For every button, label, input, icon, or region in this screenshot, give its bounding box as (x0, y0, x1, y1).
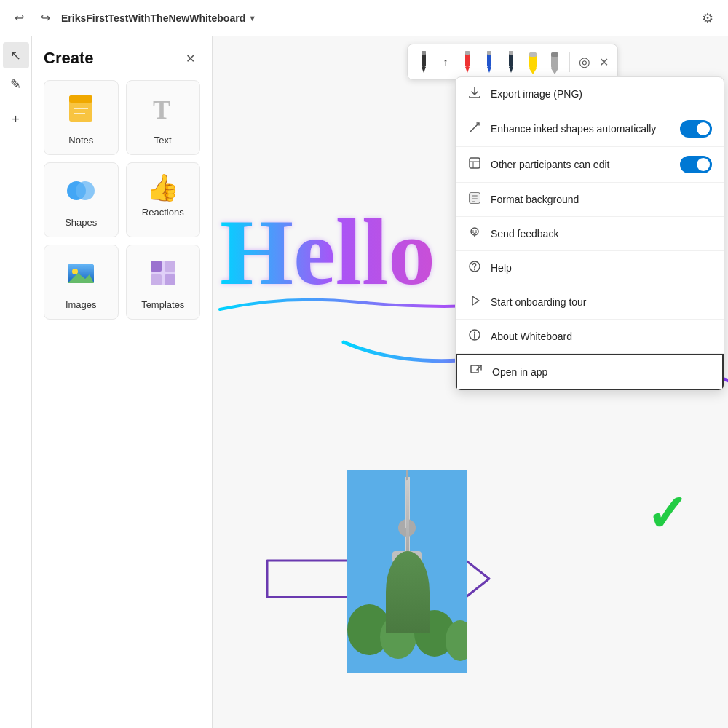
svg-marker-17 (422, 67, 426, 73)
menu-enhance-shapes[interactable]: Enhance inked shapes automatically (456, 111, 724, 147)
svg-rect-24 (487, 51, 491, 55)
pen-black-tool[interactable] (414, 47, 434, 76)
enhance-icon (467, 121, 482, 137)
templates-label: Templates (141, 299, 184, 310)
svg-marker-29 (529, 68, 537, 74)
svg-marker-23 (487, 67, 491, 73)
notes-icon (65, 92, 97, 129)
about-icon (467, 328, 482, 344)
svg-rect-21 (465, 51, 470, 55)
menu-send-feedback[interactable]: Send feedback (456, 217, 724, 251)
about-label: About Whiteboard (491, 331, 712, 342)
forward-button[interactable]: ↪ (35, 8, 55, 28)
help-icon (467, 260, 482, 276)
lasso-tool[interactable]: ◎ (574, 47, 595, 76)
canvas-area[interactable]: ↑ (213, 36, 728, 728)
pen-up-tool[interactable]: ↑ (435, 47, 456, 76)
text-label: Text (154, 135, 172, 146)
shapes-icon (65, 175, 97, 211)
create-text-item[interactable]: T Text (126, 80, 201, 155)
pen-darkblue-tool[interactable] (501, 47, 521, 76)
enhance-label: Enhance inked shapes automatically (491, 123, 671, 135)
shapes-label: Shapes (65, 217, 97, 228)
svg-point-57 (471, 228, 478, 235)
participants-label: Other participants can edit (491, 159, 671, 170)
select-tool-button[interactable]: ↖ (3, 42, 29, 68)
tour-label: Start onboarding tour (491, 296, 712, 308)
create-notes-item[interactable]: Notes (44, 80, 119, 155)
svg-marker-62 (472, 296, 479, 305)
canvas-toolbar-close-button[interactable]: ✕ (596, 52, 612, 72)
svg-rect-14 (151, 274, 162, 285)
images-icon (65, 257, 97, 293)
tower-image (347, 470, 467, 673)
title-dropdown-icon[interactable]: ▼ (248, 14, 256, 23)
create-panel-close-button[interactable]: ✕ (180, 48, 200, 68)
svg-point-65 (474, 332, 475, 333)
participants-icon (467, 157, 482, 173)
svg-marker-32 (551, 68, 558, 74)
settings-button[interactable]: ⚙ (696, 7, 719, 30)
menu-participants-edit[interactable]: Other participants can edit (456, 147, 724, 183)
pen-yellow-tool[interactable] (523, 47, 543, 76)
feedback-label: Send feedback (491, 228, 712, 240)
menu-help[interactable]: Help (456, 251, 724, 285)
menu-export-image[interactable]: Export image (PNG) (456, 77, 724, 111)
svg-rect-13 (165, 261, 175, 272)
menu-open-in-app[interactable]: Open in app (456, 354, 724, 390)
svg-rect-18 (422, 51, 426, 55)
create-shapes-item[interactable]: Shapes (44, 162, 119, 237)
pen-red-tool[interactable] (457, 47, 478, 76)
menu-format-background[interactable]: Format background (456, 183, 724, 217)
svg-rect-54 (472, 195, 478, 197)
pen-tool-button[interactable]: ✎ (3, 71, 29, 98)
create-panel-header: Create ✕ (44, 48, 200, 68)
canvas-toolbar: ↑ (407, 44, 618, 80)
pen-gray-tool[interactable] (545, 47, 565, 76)
svg-marker-20 (465, 67, 470, 73)
svg-marker-26 (509, 67, 513, 73)
reactions-label: Reactions (142, 207, 184, 218)
open-app-label: Open in app (492, 366, 711, 378)
text-icon: T (147, 92, 179, 129)
create-grid: Notes T Text Shapes (44, 80, 200, 320)
svg-point-61 (474, 269, 475, 271)
svg-rect-33 (551, 52, 558, 57)
format-bg-icon (467, 191, 482, 207)
svg-rect-15 (165, 274, 175, 285)
toolbar-divider (569, 52, 570, 72)
enhance-toggle[interactable] (680, 120, 712, 138)
create-panel: Create ✕ Notes T (32, 36, 213, 728)
svg-rect-1 (69, 95, 92, 103)
add-button[interactable]: + (3, 106, 29, 132)
svg-rect-56 (472, 201, 475, 202)
back-button[interactable]: ↩ (9, 8, 29, 28)
reactions-icon: 👍 (146, 175, 179, 201)
title-bar-right: ⚙ (696, 7, 719, 30)
svg-rect-55 (472, 198, 478, 199)
create-images-item[interactable]: Images (44, 245, 119, 320)
menu-onboarding-tour[interactable]: Start onboarding tour (456, 285, 724, 320)
create-panel-title: Create (44, 49, 93, 68)
export-icon (467, 86, 482, 102)
pen-blue-tool[interactable] (479, 47, 499, 76)
title-bar-left: ↩ ↪ EriksFirstTestWithTheNewWhiteboard ▼ (9, 8, 256, 28)
svg-point-59 (475, 230, 477, 232)
svg-rect-27 (509, 51, 513, 55)
svg-rect-12 (151, 261, 162, 272)
svg-rect-30 (529, 52, 537, 57)
svg-point-9 (72, 269, 78, 274)
templates-icon (147, 257, 179, 293)
export-label: Export image (PNG) (491, 88, 712, 100)
notes-label: Notes (68, 135, 93, 146)
menu-about-whiteboard[interactable]: About Whiteboard (456, 320, 724, 354)
title-bar: ↩ ↪ EriksFirstTestWithTheNewWhiteboard ▼… (0, 0, 728, 36)
tour-icon (467, 294, 482, 310)
participants-toggle[interactable] (680, 156, 712, 173)
create-templates-item[interactable]: Templates (126, 245, 201, 320)
left-toolbar: ↖ ✎ + (0, 36, 32, 728)
help-label: Help (491, 262, 712, 274)
svg-text:✓: ✓ (646, 486, 689, 542)
create-reactions-item[interactable]: 👍 Reactions (126, 162, 201, 237)
svg-point-58 (472, 230, 474, 232)
